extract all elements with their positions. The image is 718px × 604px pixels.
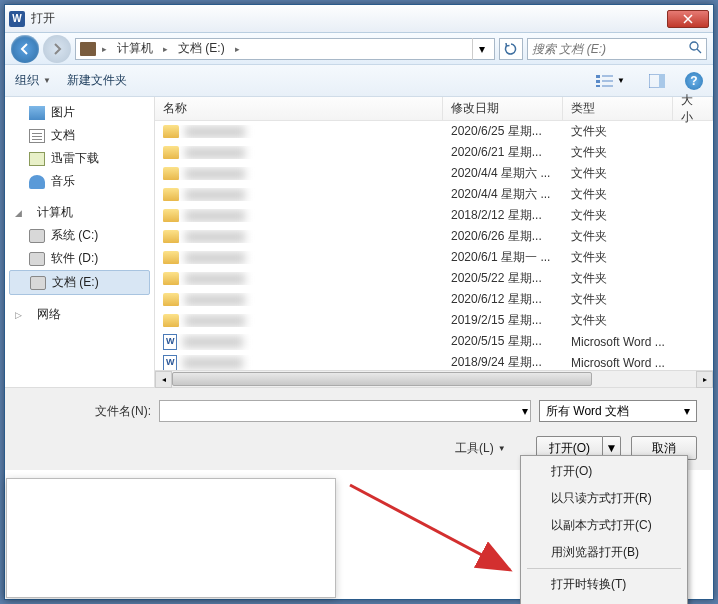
filename-label: 文件名(N): — [21, 403, 151, 420]
chevron-down-icon: ▾ — [684, 404, 690, 418]
folder-icon — [163, 251, 179, 264]
file-row[interactable]: 2019/2/15 星期...文件夹 — [155, 310, 713, 331]
file-row[interactable]: 2018/2/12 星期...文件夹 — [155, 205, 713, 226]
word-icon — [163, 334, 177, 350]
chevron-down-icon[interactable]: ▾ — [522, 404, 528, 418]
expand-icon: ◢ — [15, 208, 25, 218]
sidebar-item[interactable]: 迅雷下载 — [5, 147, 154, 170]
svg-point-0 — [690, 42, 698, 50]
scroll-thumb[interactable] — [172, 372, 592, 386]
column-name[interactable]: 名称 — [155, 97, 443, 120]
window-title: 打开 — [31, 10, 667, 27]
drive-icon — [80, 42, 96, 56]
nav-back-button[interactable] — [11, 35, 39, 63]
library-icon — [29, 152, 45, 166]
breadcrumb-dropdown[interactable]: ▾ — [472, 38, 490, 60]
file-row[interactable]: 2018/9/24 星期...Microsoft Word ... — [155, 352, 713, 370]
view-mode-button[interactable]: ▼ — [591, 72, 629, 90]
sidebar-item[interactable]: 音乐 — [5, 170, 154, 193]
sidebar-drive-item[interactable]: 系统 (C:) — [5, 224, 154, 247]
filename-redacted — [185, 126, 245, 138]
search-icon — [689, 41, 702, 57]
file-row[interactable]: 2020/5/22 星期...文件夹 — [155, 268, 713, 289]
column-size[interactable]: 大小 — [673, 97, 713, 120]
drive-icon — [29, 229, 45, 243]
navigation-bar: ▸ 计算机 ▸ 文档 (E:) ▸ ▾ — [5, 33, 713, 65]
menu-item[interactable]: 以副本方式打开(C) — [523, 512, 685, 539]
folder-icon — [163, 167, 179, 180]
file-row[interactable]: 2020/5/15 星期...Microsoft Word ... — [155, 331, 713, 352]
preview-pane-button[interactable] — [645, 72, 669, 90]
column-type[interactable]: 类型 — [563, 97, 673, 120]
tools-button[interactable]: 工具(L) ▼ — [455, 440, 506, 457]
nav-forward-button[interactable] — [43, 35, 71, 63]
file-row[interactable]: 2020/4/4 星期六 ...文件夹 — [155, 163, 713, 184]
folder-icon — [163, 209, 179, 222]
file-row[interactable]: 2020/4/4 星期六 ...文件夹 — [155, 184, 713, 205]
filename-redacted — [185, 315, 245, 327]
sidebar-drive-item[interactable]: 软件 (D:) — [5, 247, 154, 270]
file-list-body[interactable]: 2020/6/25 星期...文件夹2020/6/21 星期...文件夹2020… — [155, 121, 713, 370]
breadcrumb-part[interactable]: 文档 (E:) — [174, 40, 229, 57]
horizontal-scrollbar[interactable]: ◂ ▸ — [155, 370, 713, 387]
titlebar: W 打开 — [5, 5, 713, 33]
scroll-left-button[interactable]: ◂ — [155, 371, 172, 388]
sidebar-group-computer[interactable]: ◢ 计算机 — [5, 201, 154, 224]
word-app-icon: W — [9, 11, 25, 27]
svg-rect-4 — [596, 85, 600, 87]
file-row[interactable]: 2020/6/26 星期...文件夹 — [155, 226, 713, 247]
filetype-dropdown[interactable]: 所有 Word 文档 ▾ — [539, 400, 697, 422]
breadcrumb[interactable]: ▸ 计算机 ▸ 文档 (E:) ▸ ▾ — [75, 38, 495, 60]
folder-icon — [163, 272, 179, 285]
menu-item[interactable]: 打开时转换(T) — [523, 571, 685, 598]
scroll-right-button[interactable]: ▸ — [696, 371, 713, 388]
filename-redacted — [185, 231, 245, 243]
refresh-button[interactable] — [499, 38, 523, 60]
filename-input[interactable]: ▾ — [159, 400, 531, 422]
sidebar-item[interactable]: 文档 — [5, 124, 154, 147]
toolbar: 组织 ▼ 新建文件夹 ▼ ? — [5, 65, 713, 97]
filename-redacted — [183, 357, 243, 369]
column-date[interactable]: 修改日期 — [443, 97, 563, 120]
background-window — [6, 478, 336, 598]
drive-icon — [30, 276, 46, 290]
drive-icon — [29, 252, 45, 266]
menu-item[interactable]: 用浏览器打开(B) — [523, 539, 685, 566]
filename-redacted — [185, 147, 245, 159]
chevron-down-icon: ▼ — [43, 76, 51, 85]
filename-redacted — [183, 336, 243, 348]
new-folder-button[interactable]: 新建文件夹 — [67, 72, 127, 89]
chevron-down-icon: ▼ — [617, 76, 625, 85]
column-headers: 名称 修改日期 类型 大小 — [155, 97, 713, 121]
word-icon — [163, 355, 177, 371]
file-row[interactable]: 2020/6/21 星期...文件夹 — [155, 142, 713, 163]
chevron-right-icon: ▸ — [231, 44, 244, 54]
main-area: 图片文档迅雷下载音乐 ◢ 计算机 系统 (C:)软件 (D:)文档 (E:) ▷… — [5, 97, 713, 387]
sidebar-item[interactable]: 图片 — [5, 101, 154, 124]
menu-item[interactable]: 以只读方式打开(R) — [523, 485, 685, 512]
help-button[interactable]: ? — [685, 72, 703, 90]
breadcrumb-part[interactable]: 计算机 — [113, 40, 157, 57]
menu-item[interactable]: 打开并修复(E) — [523, 598, 685, 604]
file-row[interactable]: 2020/6/25 星期...文件夹 — [155, 121, 713, 142]
organize-button[interactable]: 组织 ▼ — [15, 72, 51, 89]
folder-icon — [163, 314, 179, 327]
folder-icon — [163, 188, 179, 201]
sidebar-group-network[interactable]: ▷ 网络 — [5, 303, 154, 326]
svg-rect-3 — [596, 80, 600, 83]
menu-item[interactable]: 打开(O) — [523, 458, 685, 485]
chevron-down-icon: ▼ — [498, 444, 506, 453]
menu-separator — [527, 568, 681, 569]
search-box[interactable] — [527, 38, 707, 60]
file-row[interactable]: 2020/6/12 星期...文件夹 — [155, 289, 713, 310]
folder-icon — [163, 293, 179, 306]
library-icon — [29, 106, 45, 120]
filename-redacted — [185, 210, 245, 222]
sidebar-drive-item[interactable]: 文档 (E:) — [9, 270, 150, 295]
search-input[interactable] — [532, 42, 689, 56]
chevron-right-icon: ▸ — [159, 44, 172, 54]
open-dropdown-menu: 打开(O)以只读方式打开(R)以副本方式打开(C)用浏览器打开(B)打开时转换(… — [520, 455, 688, 604]
filename-redacted — [185, 189, 245, 201]
file-row[interactable]: 2020/6/1 星期一 ...文件夹 — [155, 247, 713, 268]
close-button[interactable] — [667, 10, 709, 28]
